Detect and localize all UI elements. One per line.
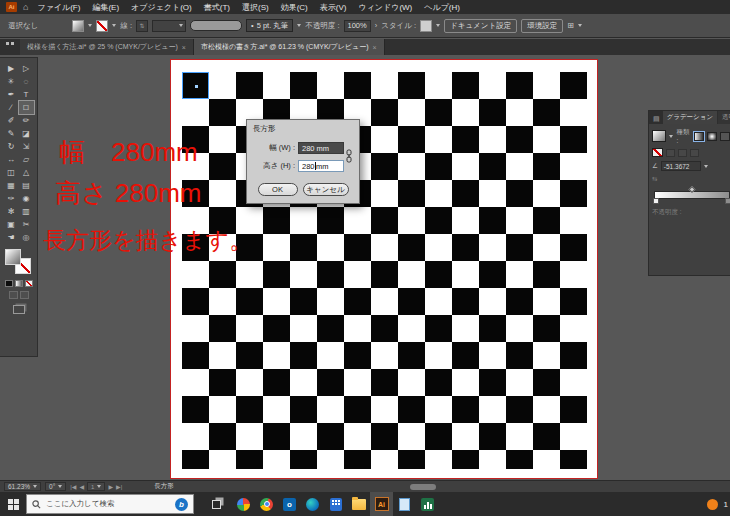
column-graph-tool-icon[interactable]: ▥ <box>19 205 34 218</box>
eyedropper-tool-icon[interactable]: ✑ <box>4 192 19 205</box>
preferences-button[interactable]: 環境設定 <box>521 19 563 33</box>
zoom-level-select[interactable]: 61.23% <box>4 482 41 491</box>
direct-selection-tool-icon[interactable]: ▷ <box>19 62 34 75</box>
taskbar-app-calculator[interactable] <box>324 492 347 516</box>
fill-color-swatch[interactable] <box>5 249 21 265</box>
pencil-tool-icon[interactable]: ✏ <box>19 114 34 127</box>
selection-tool-icon[interactable]: ▶ <box>4 62 19 75</box>
freeform-gradient-button[interactable] <box>720 132 730 141</box>
blend-tool-icon[interactable]: ◉ <box>19 192 34 205</box>
gradient-fill-thumbnail[interactable] <box>652 130 666 142</box>
type-tool-icon[interactable]: T <box>19 88 34 101</box>
brush-select[interactable]: • 5 pt. 丸筆 <box>246 19 293 32</box>
menu-file[interactable]: ファイル(F) <box>34 2 83 13</box>
opacity-value[interactable]: 100% <box>344 20 371 32</box>
arrange-dropdown-icon[interactable] <box>578 24 582 27</box>
horizontal-scrollbar-thumb[interactable] <box>410 484 436 490</box>
style-swatch[interactable] <box>420 20 432 32</box>
draw-behind-button[interactable] <box>20 291 29 299</box>
height-input[interactable]: 280 mm <box>298 160 344 172</box>
taskbar-app-notes[interactable] <box>393 492 416 516</box>
tab-transparency[interactable]: 透明 <box>718 111 730 124</box>
menu-window[interactable]: ウィンドウ(W) <box>355 2 415 13</box>
tab-close-icon[interactable]: × <box>372 44 376 51</box>
taskbar-app-excel[interactable] <box>416 492 439 516</box>
gradient-midpoint-handle[interactable] <box>688 186 695 193</box>
free-transform-tool-icon[interactable]: ▱ <box>19 153 34 166</box>
last-artboard-button[interactable]: ▶| <box>116 483 122 490</box>
mesh-tool-icon[interactable]: ▦ <box>4 179 19 192</box>
linear-gradient-button[interactable] <box>694 132 704 141</box>
taskbar-app-chrome[interactable] <box>255 492 278 516</box>
fill-swatch[interactable] <box>72 20 84 32</box>
document-tab-inactive[interactable]: 模様を描く方法.ai* @ 25 % (CMYK/プレビュー) × <box>20 39 194 55</box>
radial-gradient-button[interactable] <box>707 132 717 141</box>
line-segment-tool-icon[interactable]: ∕ <box>4 101 19 114</box>
taskbar-app-edge[interactable] <box>301 492 324 516</box>
document-tab-active[interactable]: 市松模様の書き方.ai* @ 61.23 % (CMYK/プレビュー) × <box>194 39 385 55</box>
screen-mode-button[interactable] <box>13 305 25 314</box>
constrain-proportions-icon[interactable] <box>345 149 353 166</box>
perspective-grid-tool-icon[interactable]: △ <box>19 166 34 179</box>
task-view-button[interactable] <box>204 492 228 516</box>
arrange-panel-icon[interactable]: ⊞ <box>567 21 574 30</box>
width-input[interactable]: 280 mm <box>298 142 344 154</box>
stroke-weight-select[interactable] <box>152 20 186 32</box>
checkerboard-pattern[interactable]: アンカー <box>182 72 587 469</box>
rotate-tool-icon[interactable]: ↻ <box>4 140 19 153</box>
scale-tool-icon[interactable]: ⇲ <box>19 140 34 153</box>
magic-wand-tool-icon[interactable]: ✳ <box>4 75 19 88</box>
bing-icon[interactable]: b <box>175 498 188 511</box>
gradient-tool-icon[interactable]: ▤ <box>19 179 34 192</box>
eraser-tool-icon[interactable]: ◪ <box>19 127 34 140</box>
menu-view[interactable]: 表示(V) <box>317 2 350 13</box>
tab-gradient[interactable]: グラデーション <box>663 111 717 124</box>
lasso-tool-icon[interactable]: ◌ <box>19 75 34 88</box>
slice-tool-icon[interactable]: ✂ <box>19 218 34 231</box>
gradient-stop-right[interactable] <box>725 198 730 204</box>
none-button[interactable] <box>25 280 33 287</box>
stroke-dropdown-icon[interactable] <box>112 24 116 27</box>
angle-dropdown-icon[interactable] <box>704 165 708 168</box>
rotation-select[interactable]: 0° <box>45 482 66 491</box>
cancel-button[interactable]: キャンセル <box>303 183 349 196</box>
taskbar-app-illustrator-active[interactable]: Ai <box>370 492 393 516</box>
prev-artboard-button[interactable]: ◀ <box>79 483 84 490</box>
menu-effect[interactable]: 効果(C) <box>278 2 311 13</box>
first-artboard-button[interactable]: |◀ <box>70 483 76 490</box>
rectangle-tool-icon[interactable]: □ <box>19 101 34 114</box>
gradient-stroke-thumbnail[interactable] <box>652 148 663 157</box>
color-button[interactable] <box>5 280 13 287</box>
stroke-weight-stepper[interactable]: ⇅ <box>136 20 148 32</box>
brush-dropdown-icon[interactable] <box>297 24 301 27</box>
taskbar-app-file-explorer[interactable] <box>347 492 370 516</box>
stroke-swatch[interactable] <box>96 20 108 32</box>
document-setup-button[interactable]: ドキュメント設定 <box>444 19 517 33</box>
shape-builder-tool-icon[interactable]: ◫ <box>4 166 19 179</box>
taskbar-app-maps[interactable] <box>232 492 255 516</box>
gradient-slider[interactable] <box>654 191 730 199</box>
artboard-tool-icon[interactable]: ▣ <box>4 218 19 231</box>
tab-close-icon[interactable]: × <box>182 44 186 51</box>
stroke-profile-select[interactable] <box>190 20 242 31</box>
artboard-number-select[interactable]: 1 <box>87 482 105 491</box>
gradient-angle-input[interactable]: -51.3672 <box>661 161 701 171</box>
fill-dropdown-icon[interactable] <box>88 24 92 27</box>
paintbrush-tool-icon[interactable]: ✐ <box>4 114 19 127</box>
shaper-tool-icon[interactable]: ✎ <box>4 127 19 140</box>
home-icon[interactable]: ⌂ <box>23 2 28 12</box>
menu-object[interactable]: オブジェクト(O) <box>128 2 195 13</box>
taskbar-clock[interactable]: 1 <box>724 500 728 509</box>
gradient-stop-left[interactable] <box>653 198 659 204</box>
gradient-button[interactable] <box>15 280 23 287</box>
start-button[interactable] <box>0 492 26 516</box>
hand-tool-icon[interactable]: ☚ <box>4 231 19 244</box>
app-logo-icon[interactable]: Ai <box>6 2 17 12</box>
ok-button[interactable]: OK <box>258 183 298 196</box>
next-artboard-button[interactable]: ▶ <box>108 483 113 490</box>
panel-dock-icon[interactable]: ▤ <box>651 115 662 124</box>
style-dropdown-icon[interactable] <box>436 24 440 27</box>
width-tool-icon[interactable]: ↔ <box>4 153 19 166</box>
taskbar-app-outlook[interactable]: o <box>278 492 301 516</box>
menu-type[interactable]: 書式(T) <box>201 2 233 13</box>
